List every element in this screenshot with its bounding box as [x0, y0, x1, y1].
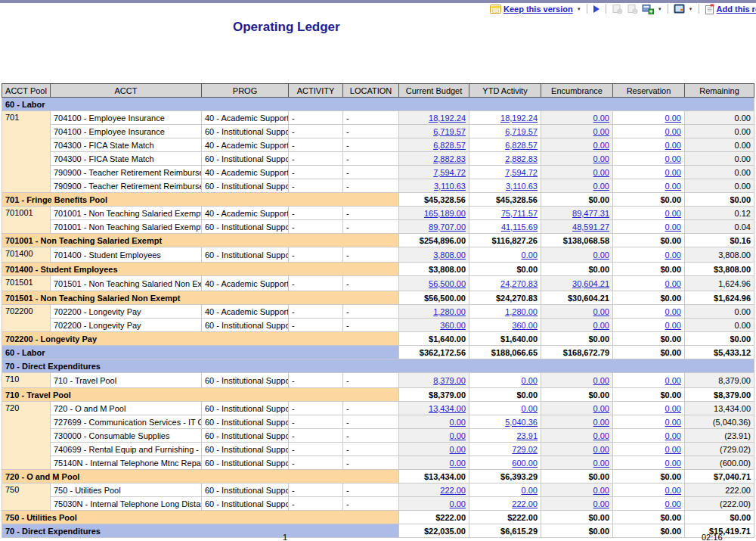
amount-link[interactable]: 0.00 — [665, 127, 681, 136]
amount-link[interactable]: 30,604.21 — [572, 279, 609, 288]
amount-link[interactable]: 0.00 — [593, 431, 609, 440]
amount-link[interactable]: 8,379.00 — [433, 376, 466, 385]
drill-down-button[interactable] — [612, 4, 623, 14]
amount-link[interactable]: 222.00 — [440, 486, 466, 495]
amount-link[interactable]: 0.00 — [665, 222, 681, 232]
amount-link[interactable]: 0.00 — [593, 486, 609, 495]
amount-link[interactable]: 3,808.00 — [433, 250, 466, 260]
amount-link[interactable]: 0.00 — [665, 168, 681, 177]
encumbrance-cell: 0.00 — [541, 152, 613, 166]
amount-link[interactable]: 0.00 — [593, 459, 609, 468]
location-cell: - — [343, 276, 399, 291]
amount-link[interactable]: 0.00 — [665, 209, 681, 218]
amount-link[interactable]: 48,591.27 — [572, 222, 609, 232]
amount-link[interactable]: 360.00 — [440, 321, 466, 330]
amount-link[interactable]: 0.00 — [450, 418, 466, 427]
amount-link[interactable]: 13,434.00 — [429, 404, 466, 413]
amount-link[interactable]: 0.00 — [665, 459, 681, 468]
view-format-button[interactable]: ▼ — [674, 4, 693, 14]
amount-link[interactable]: 0.00 — [593, 127, 609, 136]
amount-link[interactable]: 0.00 — [593, 499, 609, 508]
amount-link[interactable]: 0.00 — [665, 376, 681, 385]
amount-link[interactable]: 0.00 — [522, 250, 538, 260]
amount-link[interactable]: 0.00 — [665, 499, 681, 508]
amount-link[interactable]: 18,192.24 — [429, 113, 466, 123]
run-report-button[interactable] — [593, 5, 600, 14]
amount-link[interactable]: 56,500.00 — [429, 279, 466, 288]
current-budget-cell: 6,828.57 — [399, 138, 469, 152]
toolbar-separator — [699, 4, 699, 14]
amount-link[interactable]: 0.00 — [593, 182, 609, 191]
amount-link[interactable]: 0.00 — [665, 141, 681, 150]
amount-link[interactable]: 0.00 — [593, 154, 609, 163]
amount-link[interactable]: 0.00 — [522, 486, 538, 495]
acct-cell: 701501 - Non Teaching Salaried Non Exemp… — [51, 276, 202, 291]
add-report-icon — [705, 4, 714, 14]
amount-link[interactable]: 0.00 — [593, 168, 609, 177]
amount-link[interactable]: 1,280.00 — [505, 307, 538, 316]
amount-link[interactable]: 75,711.57 — [501, 209, 538, 218]
amount-link[interactable]: 0.00 — [665, 307, 681, 316]
amount-link[interactable]: 0.00 — [450, 499, 466, 508]
amount-link[interactable]: 0.00 — [665, 113, 681, 123]
amount-link[interactable]: 0.00 — [665, 404, 681, 413]
amount-link[interactable]: 6,828.57 — [433, 141, 466, 150]
add-report-button[interactable]: Add this rep — [705, 4, 756, 14]
amount-link[interactable]: 0.00 — [593, 307, 609, 316]
amount-link[interactable]: 729.02 — [512, 445, 538, 454]
amount-link[interactable]: 0.00 — [665, 418, 681, 427]
amount-link[interactable]: 24,270.83 — [500, 279, 538, 288]
amount-link[interactable]: 0.00 — [593, 404, 609, 413]
amount-link[interactable]: 0.00 — [450, 431, 466, 440]
amount-link[interactable]: 2,882.83 — [505, 154, 538, 163]
amount-link[interactable]: 0.00 — [450, 445, 466, 454]
amount-link[interactable]: 3,110.63 — [434, 182, 466, 191]
amount-link[interactable]: 5,040.36 — [505, 418, 538, 427]
amount-link[interactable]: 0.00 — [665, 321, 681, 330]
activity-cell: - — [289, 247, 343, 263]
amount-link[interactable]: 0.00 — [665, 445, 681, 454]
amount-link[interactable]: 0.00 — [665, 431, 681, 440]
amount-link[interactable]: 89,477.31 — [572, 209, 609, 218]
amount-link[interactable]: 222.00 — [512, 499, 538, 508]
amount-link[interactable]: 7,594.72 — [505, 168, 538, 177]
amount-link[interactable]: 0.00 — [593, 321, 609, 330]
subtotal-remaining-cell: $0.16 — [685, 234, 754, 247]
amount-link[interactable]: 0.00 — [593, 141, 609, 150]
amount-link[interactable]: 0.00 — [593, 376, 609, 385]
amount-link[interactable]: 3,110.63 — [506, 182, 538, 191]
amount-link[interactable]: 0.00 — [593, 250, 609, 260]
amount-link[interactable]: 0.00 — [665, 154, 681, 163]
location-cell: - — [343, 429, 399, 443]
amount-link[interactable]: 360.00 — [512, 321, 538, 330]
amount-link[interactable]: 6,828.57 — [505, 141, 538, 150]
amount-link[interactable]: 0.00 — [593, 418, 609, 427]
amount-link[interactable]: 600.00 — [512, 459, 538, 468]
go-to-button[interactable]: ▼ — [642, 4, 662, 14]
drill-up-button[interactable] — [627, 4, 638, 14]
amount-link[interactable]: 165,189.00 — [424, 209, 466, 218]
amount-link[interactable]: 6,719.57 — [433, 127, 466, 136]
amount-link[interactable]: 0.00 — [522, 404, 538, 413]
amount-link[interactable]: 0.00 — [593, 113, 609, 123]
encumbrance-cell: 0.00 — [541, 373, 613, 388]
amount-link[interactable]: 0.00 — [522, 376, 538, 385]
amount-link[interactable]: 0.00 — [450, 459, 466, 468]
keep-version-button[interactable]: Keep this version ▼ — [490, 4, 581, 14]
amount-link[interactable]: 1,280.00 — [433, 307, 466, 316]
amount-link[interactable]: 41,115.69 — [501, 222, 538, 232]
amount-link[interactable]: 2,882.83 — [433, 154, 466, 163]
amount-link[interactable]: 0.00 — [665, 486, 681, 495]
amount-link[interactable]: 23.91 — [516, 431, 538, 440]
amount-link[interactable]: 7,594.72 — [433, 168, 466, 177]
amount-link[interactable]: 89,707.00 — [429, 222, 466, 232]
amount-link[interactable]: 6,719.57 — [505, 127, 538, 136]
amount-link[interactable]: 0.00 — [665, 279, 681, 288]
acct-cell: 701001 - Non Teaching Salaried Exempt — [51, 207, 202, 220]
detail-row: 75030N - Internal Telephone Long Distanc… — [2, 497, 754, 511]
amount-link[interactable]: 18,192.24 — [500, 113, 538, 123]
amount-link[interactable]: 0.00 — [665, 182, 681, 191]
amount-link[interactable]: 0.00 — [593, 445, 609, 454]
amount-link[interactable]: 0.00 — [665, 250, 681, 260]
subtotal-ytd-activity-cell: $0.00 — [469, 388, 541, 402]
